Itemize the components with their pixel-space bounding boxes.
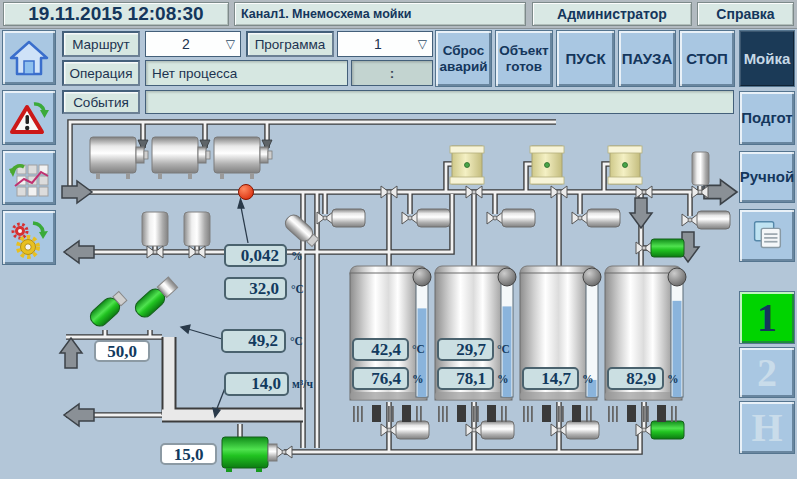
tank-1-temp-readout: 42,4 [352,338,409,361]
concentration-readout: 0,042 [224,244,287,267]
trends-icon [8,157,50,199]
route-value: 2 [146,36,226,52]
supply-temp-unit: °C [290,335,303,347]
tank-2-temp-unit: °C [497,343,510,355]
vessel-2[interactable] [184,212,210,246]
down-arrow-icon [630,198,652,228]
tank-1-level-readout: 76,4 [352,367,409,390]
tank-3[interactable] [520,266,598,422]
events-label: События [62,90,140,114]
tank-2-level-unit: % [497,373,509,385]
operation-label: Операция [62,60,140,86]
user-button[interactable]: Администратор [532,2,692,26]
vessel-right[interactable] [692,152,709,185]
alarm-log-icon [8,97,50,139]
alarm-indicator-dot [239,185,254,200]
events-field [145,90,734,114]
pause-button[interactable]: ПАУЗА [618,30,676,87]
setpoint-left-field[interactable]: 50,0 [94,340,150,362]
object-ready-button[interactable]: Объект готов [495,30,553,87]
setpoint-bottom-field[interactable]: 15,0 [160,443,217,465]
return-pump[interactable] [222,437,277,472]
settings-button[interactable] [2,210,56,265]
pages-icon [747,216,787,256]
home-button[interactable] [2,30,56,85]
tank-1-temp-unit: °C [412,343,425,355]
flow-unit: м³/ч [292,378,313,390]
dosing-pump-2[interactable] [530,146,564,184]
settings-icon [8,217,50,259]
tank-4[interactable] [605,266,683,422]
operation-timer-field: : [351,60,433,86]
route-label: Маршрут [62,31,140,57]
level-probe-2[interactable] [132,276,179,321]
route-select[interactable]: 2 ▽ [145,31,241,57]
drain-left-arrow2-icon [64,404,94,426]
mode-tab-wash[interactable]: Мойка [739,30,795,87]
start-button[interactable]: ПУСК [556,30,615,87]
dropdown-arrow-icon: ▽ [418,37,427,51]
inlet-arrow-icon [62,181,92,203]
tank-3-level-unit: % [582,373,594,385]
tank-3-level-readout: 14,7 [522,367,579,390]
tank-2-level-readout: 78,1 [437,367,494,390]
reset-alarms-button[interactable]: Сброс аварий [435,30,492,87]
up-arrow-icon [60,338,82,368]
pages-button[interactable] [739,209,795,262]
help-button[interactable]: Справка [697,2,794,26]
alarm-log-button[interactable] [2,90,56,145]
tank-4-level-readout: 82,9 [607,367,664,390]
flow-readout: 14,0 [224,372,289,396]
program-label: Программа [246,31,334,57]
home-icon [8,37,50,79]
page-button-n[interactable]: Н [739,401,795,454]
tank-4-level-unit: % [667,373,679,385]
level-probe-1[interactable] [87,289,129,329]
tank-1-level-unit: % [412,373,424,385]
page-button-2[interactable]: 2 [739,347,795,398]
mode-tab-prep[interactable]: Подгот [739,91,795,145]
dosing-pump-3[interactable] [608,146,642,184]
supply-temp-readout: 49,2 [221,329,286,353]
page-button-1[interactable]: 1 [739,291,795,344]
return-temp-unit: °C [291,283,304,295]
concentration-unit: % [291,250,303,262]
vessel-1[interactable] [142,212,168,246]
screen-title: Канал1. Мнемосхема мойки [234,2,526,26]
operation-value-field: Нет процесса [145,60,348,86]
dosing-pump-1[interactable] [450,146,484,184]
mode-tab-manual[interactable]: Ручной [739,151,795,203]
dropdown-arrow-icon: ▽ [226,37,235,51]
trends-button[interactable] [2,150,56,205]
tank-2-temp-readout: 29,7 [437,338,494,361]
datetime-display: 19.11.2015 12:08:30 [3,2,229,26]
drain-left-arrow-icon [64,241,94,263]
stop-button[interactable]: СТОП [679,30,735,87]
program-value: 1 [338,36,418,52]
return-temp-readout: 32,0 [224,277,287,300]
program-select[interactable]: 1 ▽ [337,31,433,57]
